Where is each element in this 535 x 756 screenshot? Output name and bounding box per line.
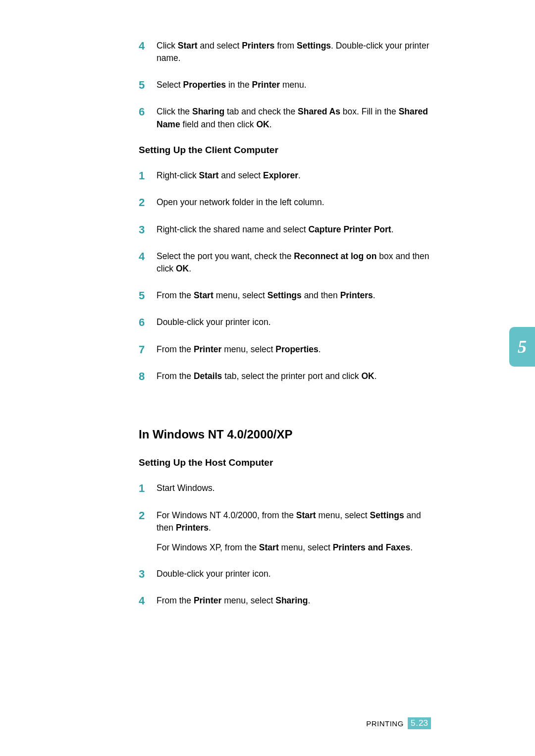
page-chapter: 5 bbox=[411, 718, 415, 728]
host-step-body: For Windows NT 4.0/2000, from the Start … bbox=[157, 509, 431, 554]
client-step: 7From the Printer menu, select Propertie… bbox=[139, 343, 431, 356]
page-number: 23 bbox=[419, 718, 428, 728]
top-step: 5Select Properties in the Printer menu. bbox=[139, 79, 431, 92]
client-step: 4Select the port you want, check the Rec… bbox=[139, 250, 431, 275]
top-step: 6Click the Sharing tab and check the Sha… bbox=[139, 106, 431, 131]
client-step-number: 3 bbox=[139, 223, 157, 236]
host-steps-list: 1Start Windows.2For Windows NT 4.0/2000,… bbox=[139, 482, 431, 607]
host-step-number: 2 bbox=[139, 509, 157, 522]
page-content: 4Click Start and select Printers from Se… bbox=[0, 0, 535, 608]
client-step-number: 7 bbox=[139, 343, 157, 356]
host-step-body: From the Printer menu, select Sharing. bbox=[157, 594, 310, 607]
host-step-body: Start Windows. bbox=[157, 482, 215, 494]
top-step-body: Click the Sharing tab and check the Shar… bbox=[157, 106, 431, 131]
host-step-number: 1 bbox=[139, 482, 157, 495]
client-steps-list: 1Right-click Start and select Explorer.2… bbox=[139, 169, 431, 383]
client-subheading: Setting Up the Client Computer bbox=[139, 145, 431, 156]
client-step-body: Right-click the shared name and select C… bbox=[157, 223, 394, 236]
client-step: 6Double-click your printer icon. bbox=[139, 316, 431, 329]
client-step-body: Open your network folder in the left col… bbox=[157, 196, 324, 209]
section-heading: In Windows NT 4.0/2000/XP bbox=[139, 428, 431, 441]
host-step-number: 4 bbox=[139, 594, 157, 607]
page-number-badge: 5.23 bbox=[408, 717, 431, 729]
top-step-number: 4 bbox=[139, 40, 157, 53]
chapter-tab: 5 bbox=[509, 327, 535, 367]
client-step-body: Right-click Start and select Explorer. bbox=[157, 169, 301, 182]
host-step: 2For Windows NT 4.0/2000, from the Start… bbox=[139, 509, 431, 554]
client-step-number: 5 bbox=[139, 289, 157, 302]
client-step-body: Double-click your printer icon. bbox=[157, 316, 271, 328]
top-step-body: Click Start and select Printers from Set… bbox=[157, 40, 431, 65]
client-step: 3Right-click the shared name and select … bbox=[139, 223, 431, 236]
top-step-body: Select Properties in the Printer menu. bbox=[157, 79, 307, 91]
host-step: 1Start Windows. bbox=[139, 482, 431, 495]
host-step: 3Double-click your printer icon. bbox=[139, 568, 431, 581]
client-step-body: From the Printer menu, select Properties… bbox=[157, 343, 321, 356]
top-step-number: 5 bbox=[139, 79, 157, 92]
client-step-number: 2 bbox=[139, 196, 157, 209]
footer-section-label: PRINTING bbox=[366, 719, 404, 728]
host-subheading: Setting Up the Host Computer bbox=[139, 457, 431, 468]
top-step-number: 6 bbox=[139, 106, 157, 118]
client-step-body: Select the port you want, check the Reco… bbox=[157, 250, 431, 275]
host-step-number: 3 bbox=[139, 568, 157, 581]
client-step-body: From the Start menu, select Settings and… bbox=[157, 289, 375, 302]
client-step: 8From the Details tab, select the printe… bbox=[139, 370, 431, 383]
top-steps-list: 4Click Start and select Printers from Se… bbox=[139, 40, 431, 131]
top-step: 4Click Start and select Printers from Se… bbox=[139, 40, 431, 65]
client-step: 2Open your network folder in the left co… bbox=[139, 196, 431, 209]
client-step: 1Right-click Start and select Explorer. bbox=[139, 169, 431, 182]
page-dot: . bbox=[416, 718, 418, 728]
client-step: 5From the Start menu, select Settings an… bbox=[139, 289, 431, 302]
client-step-number: 1 bbox=[139, 169, 157, 182]
client-step-number: 6 bbox=[139, 316, 157, 329]
client-step-body: From the Details tab, select the printer… bbox=[157, 370, 377, 382]
client-step-number: 8 bbox=[139, 370, 157, 383]
host-step: 4From the Printer menu, select Sharing. bbox=[139, 594, 431, 607]
host-step-body: Double-click your printer icon. bbox=[157, 568, 271, 580]
page-footer: PRINTING 5.23 bbox=[366, 717, 431, 729]
client-step-number: 4 bbox=[139, 250, 157, 263]
